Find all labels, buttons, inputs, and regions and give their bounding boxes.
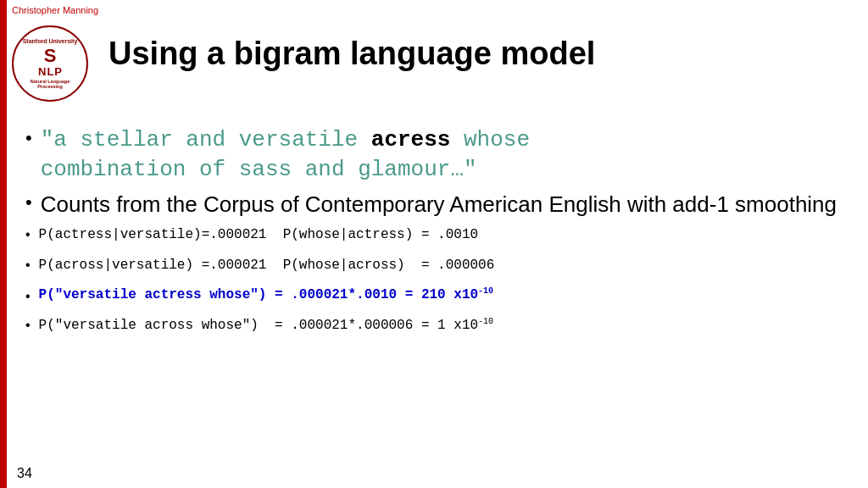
result-dot-2: • — [25, 315, 31, 336]
small-dot-1: • — [25, 225, 31, 245]
result-bullet-1: • P("versatile actress whose") = .000021… — [17, 286, 854, 307]
prob-bullet-2: • P(across|versatile) =.000021 P(whose|a… — [17, 255, 854, 277]
stanford-logo: Stanford University S N L P Natural Lang… — [12, 25, 97, 110]
result-section: • P("versatile actress whose") = .000021… — [17, 286, 854, 337]
logo-s: S — [23, 46, 78, 66]
bullet-dot-2: • — [25, 190, 32, 216]
prob-bullet-1: • P(actress|versatile)=.000021 P(whose|a… — [17, 225, 854, 247]
red-bar — [0, 0, 7, 488]
slide-content: • "a stellar and versatile acress whose … — [17, 125, 854, 346]
probability-bullets: • P(actress|versatile)=.000021 P(whose|a… — [17, 225, 854, 276]
quote-line-1: "a stellar and versatile acress whose — [41, 125, 530, 155]
bullet-1: • "a stellar and versatile acress whose … — [17, 125, 854, 185]
logo-n: N — [38, 66, 46, 78]
author-name: Christopher Manning — [12, 5, 98, 15]
result-line-1: P("versatile actress whose") = .000021*.… — [39, 286, 494, 302]
page-number: 34 — [17, 466, 32, 481]
small-dot-2: • — [25, 255, 31, 275]
slide-title: Using a bigram language model — [108, 36, 595, 72]
bullet-2: • Counts from the Corpus of Contemporary… — [17, 190, 854, 219]
quote-teal-3: combination of sass and glamour…" — [41, 157, 477, 182]
quote-text: "a stellar and versatile acress whose co… — [41, 125, 530, 185]
quote-line-2: combination of sass and glamour…" — [41, 155, 530, 185]
logo-l: L — [47, 66, 53, 78]
logo-p: P — [54, 66, 62, 78]
acress-word: acress — [371, 127, 451, 152]
result-dot-1: • — [25, 286, 31, 307]
sup-1: -10 — [478, 286, 493, 296]
prob-line-2: P(across|versatile) =.000021 P(whose|acr… — [39, 255, 495, 277]
logo-bottom-text: Natural LanguageProcessing — [23, 80, 78, 89]
bullet-dot-1: • — [25, 125, 32, 152]
prob-line-1: P(actress|versatile)=.000021 P(whose|act… — [39, 225, 478, 247]
bullet-2-text: Counts from the Corpus of Contemporary A… — [41, 190, 837, 219]
quote-teal-2: whose — [450, 127, 530, 152]
logo-stanford-text: Stanford University — [23, 38, 78, 44]
sup-2: -10 — [478, 317, 493, 326]
quote-teal-1: "a stellar and versatile — [41, 127, 371, 152]
result-line-2: P("versatile across whose") = .000021*.0… — [39, 315, 494, 337]
result-bullet-2: • P("versatile across whose") = .000021*… — [17, 315, 854, 337]
